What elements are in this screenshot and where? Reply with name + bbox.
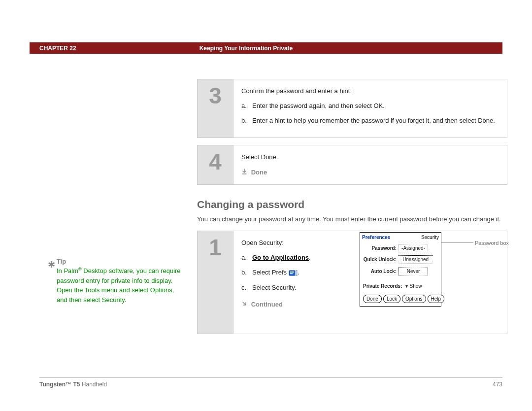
step-1: 1 Open Security: a. Go to Applications. …	[197, 231, 507, 334]
palm-autolock-value[interactable]: Never	[399, 267, 428, 276]
tip-label: Tip	[57, 258, 182, 265]
step-number: 1	[198, 231, 233, 334]
product-bold: Tungsten™ T5	[39, 381, 80, 388]
palm-private-row: Private Records: ▾ Show	[360, 281, 441, 292]
substep-b: b. Enter a hint to help you remember the…	[241, 116, 499, 126]
down-arrow-icon	[241, 169, 249, 176]
chapter-title: Keeping Your Information Private	[200, 45, 293, 52]
svg-rect-1	[290, 272, 294, 273]
palm-panel-name: Security	[421, 234, 439, 241]
product-rest: Handheld	[80, 381, 107, 388]
substep-a: a. Enter the password again, and then se…	[241, 101, 499, 111]
svg-rect-2	[290, 273, 293, 274]
text-post: .	[298, 269, 299, 276]
step-3: 3 Confirm the password and enter a hint:…	[197, 79, 507, 138]
substep-letter: c.	[241, 283, 252, 293]
palm-quickunlock-row: Quick Unlock: -Unassigned-	[360, 254, 441, 266]
tip-box: ✱ Tip In Palm® Desktop software, you can…	[57, 258, 182, 305]
tip-star-icon: ✱	[48, 259, 55, 270]
period: .	[309, 254, 311, 261]
done-marker: Done	[241, 168, 499, 177]
tip-text-pre: In Palm	[57, 267, 78, 274]
page-footer: Tungsten™ T5 Handheld 473	[39, 377, 502, 388]
palm-label: Quick Unlock:	[363, 256, 399, 264]
main-column: 3 Confirm the password and enter a hint:…	[197, 79, 507, 341]
done-label: Done	[251, 169, 267, 176]
substep-text: Enter the password again, and then selec…	[252, 101, 499, 111]
palm-buttons: Done Lock Options Help	[360, 292, 441, 307]
callout-label: Password box	[475, 239, 509, 247]
palm-done-button[interactable]: Done	[363, 295, 382, 304]
palm-help-button[interactable]: Help	[428, 295, 445, 304]
palm-lock-button[interactable]: Lock	[383, 295, 400, 304]
text-pre: Select Prefs	[252, 269, 289, 276]
palm-private-value[interactable]: Show	[409, 282, 422, 290]
step-lead: Confirm the password and enter a hint:	[241, 86, 499, 96]
palm-app-title: Preferences	[362, 234, 390, 241]
product-name: Tungsten™ T5 Handheld	[39, 381, 107, 388]
section-desc: You can change your password at any time…	[197, 214, 507, 224]
step-body: Select Done. Done	[233, 145, 507, 184]
palm-password-row: Password: -Assigned-	[360, 242, 441, 254]
palm-options-button[interactable]: Options	[402, 295, 426, 304]
section-title: Changing a password	[197, 199, 507, 210]
palm-label: Password:	[363, 244, 399, 252]
go-to-applications-link[interactable]: Go to Applications	[252, 254, 309, 261]
dropdown-arrow-icon[interactable]: ▾	[405, 282, 408, 290]
palm-security-screen: Preferences Security Password: -Assigned…	[360, 232, 441, 307]
step-number: 4	[198, 145, 233, 184]
palm-label: Private Records:	[363, 282, 404, 290]
step-body: Confirm the password and enter a hint: a…	[233, 79, 507, 137]
page-number: 473	[493, 381, 502, 388]
substep-letter: b.	[241, 268, 252, 277]
substep-letter: b.	[241, 116, 252, 126]
palm-label: Auto Lock:	[363, 268, 399, 275]
continued-label: Continued	[251, 301, 283, 308]
diagonal-arrow-icon	[241, 301, 249, 308]
substep-letter: a.	[241, 253, 252, 263]
chapter-header: CHAPTER 22 Keeping Your Information Priv…	[30, 42, 502, 54]
step-body: Open Security: a. Go to Applications. b.…	[233, 231, 507, 334]
step-4: 4 Select Done. Done	[197, 145, 507, 184]
palm-titlebar: Preferences Security	[360, 233, 441, 242]
palm-autolock-row: Auto Lock: Never	[360, 266, 441, 277]
callout-line	[441, 242, 473, 243]
step-number: 3	[198, 79, 233, 137]
substep-letter: a.	[241, 101, 252, 111]
step-text: Select Done.	[241, 152, 499, 162]
prefs-icon	[289, 270, 298, 276]
palm-password-value[interactable]: -Assigned-	[399, 244, 428, 253]
registered-mark: ®	[78, 267, 82, 272]
tip-text: In Palm® Desktop software, you can requi…	[57, 266, 182, 305]
palm-quickunlock-value[interactable]: -Unassigned-	[399, 255, 432, 264]
substep-text: Enter a hint to help you remember the pa…	[252, 116, 499, 126]
chapter-label: CHAPTER 22	[39, 45, 76, 52]
